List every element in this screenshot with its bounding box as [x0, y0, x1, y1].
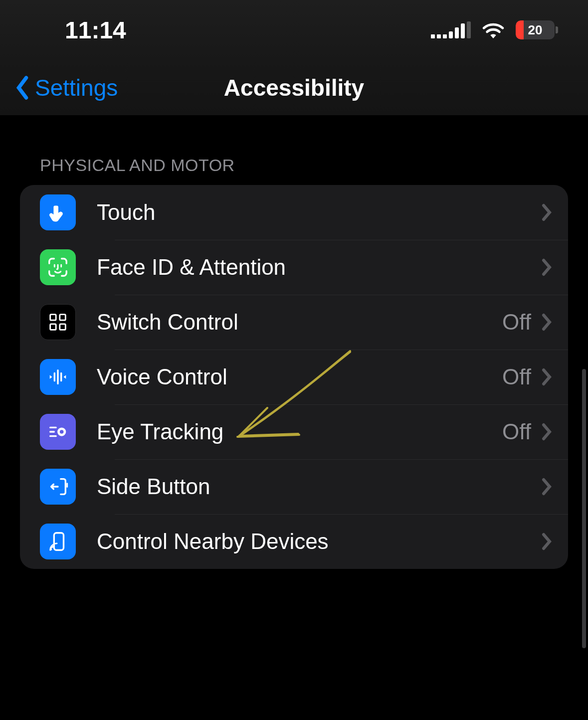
row-faceid[interactable]: Face ID & Attention — [20, 240, 568, 295]
row-label: Voice Control — [97, 364, 502, 389]
row-label: Eye Tracking — [97, 419, 502, 444]
svg-rect-7 — [54, 533, 63, 550]
row-label: Switch Control — [97, 310, 502, 335]
row-label: Face ID & Attention — [97, 255, 540, 280]
settings-content: PHYSICAL AND MOTOR Touch Face ID & Atten… — [0, 116, 588, 569]
chevron-right-icon — [540, 313, 553, 331]
page-title: Accessibility — [224, 74, 364, 101]
svg-point-5 — [60, 430, 64, 434]
battery-percent: 20 — [528, 22, 543, 38]
settings-list: Touch Face ID & Attention — [20, 185, 568, 569]
svg-point-8 — [50, 548, 52, 550]
chevron-right-icon — [540, 478, 553, 496]
status-bar: 11:14 20 — [0, 0, 588, 60]
svg-rect-2 — [50, 324, 56, 330]
battery-indicator: 20 — [516, 20, 558, 39]
row-value: Off — [502, 310, 531, 335]
row-nearby-devices[interactable]: Control Nearby Devices — [20, 514, 568, 569]
scrollbar[interactable] — [582, 369, 586, 648]
faceid-icon — [40, 249, 76, 285]
row-voice-control[interactable]: Voice Control Off — [20, 350, 568, 404]
row-side-button[interactable]: Side Button — [20, 459, 568, 514]
touch-icon — [40, 194, 76, 230]
nearby-devices-icon — [40, 524, 76, 559]
chevron-left-icon — [15, 75, 30, 100]
section-header: PHYSICAL AND MOTOR — [20, 156, 568, 185]
voice-control-icon — [40, 359, 76, 395]
svg-rect-0 — [50, 315, 56, 321]
switch-control-icon — [40, 304, 76, 340]
nav-header: Settings Accessibility — [0, 60, 588, 116]
chevron-right-icon — [540, 423, 553, 441]
wifi-icon — [482, 21, 505, 38]
svg-rect-1 — [60, 315, 65, 321]
row-label: Side Button — [97, 474, 540, 499]
back-button[interactable]: Settings — [15, 74, 118, 101]
svg-rect-6 — [66, 483, 68, 488]
row-value: Off — [502, 419, 531, 444]
row-label: Control Nearby Devices — [97, 529, 540, 554]
cellular-icon — [431, 21, 471, 38]
chevron-right-icon — [540, 533, 553, 550]
svg-rect-3 — [60, 324, 65, 330]
chevron-right-icon — [540, 203, 553, 221]
chevron-right-icon — [540, 368, 553, 386]
side-button-icon — [40, 469, 76, 505]
chevron-right-icon — [540, 258, 553, 276]
battery-fill-low — [516, 20, 524, 39]
eye-tracking-icon — [40, 414, 76, 450]
status-time: 11:14 — [65, 16, 126, 44]
status-right-group: 20 — [431, 20, 558, 39]
row-value: Off — [502, 364, 531, 389]
row-switch-control[interactable]: Switch Control Off — [20, 295, 568, 350]
row-label: Touch — [97, 200, 540, 225]
row-touch[interactable]: Touch — [20, 185, 568, 240]
back-label: Settings — [35, 74, 118, 101]
row-eye-tracking[interactable]: Eye Tracking Off — [20, 404, 568, 459]
